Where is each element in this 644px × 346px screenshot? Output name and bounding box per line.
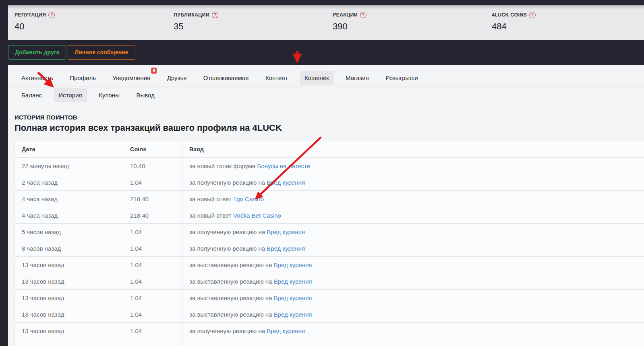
stat-value: 40 <box>14 21 160 32</box>
entry-link[interactable]: Вред курения <box>274 278 312 285</box>
sub-tab-label: Купоны <box>99 92 120 99</box>
cell-coins: 218.40 <box>123 207 182 224</box>
sub-tab[interactable]: Купоны <box>94 88 124 102</box>
sub-tab[interactable]: Вывод <box>131 88 159 102</box>
column-header-coins: Coins <box>123 141 182 158</box>
table-row: 13 часов назад 1.04 за выставленную реак… <box>15 273 644 290</box>
cell-coins: 1.04 <box>123 323 182 339</box>
question-circle-icon[interactable]: ? <box>360 12 367 18</box>
cell-coins: 1.04 <box>123 290 182 306</box>
stat-value: 484 <box>492 21 638 32</box>
cell-date: 2 часа назад <box>15 174 123 191</box>
page-title: Полная история всех транзакций вашего пр… <box>14 123 644 133</box>
main-tab[interactable]: Друзья <box>162 71 192 85</box>
main-tab-label: Профиль <box>70 74 96 81</box>
stat-label: РЕАКЦИИ <box>333 12 358 18</box>
cell-date: 4 часа назад <box>15 207 123 224</box>
main-tab-label: Контент <box>265 74 288 81</box>
table-row: 13 часов назад 1.04 за выставленную реак… <box>15 290 644 306</box>
content-panel: Активность Профиль Уведомления 9 Друзья … <box>8 65 644 346</box>
main-tab[interactable]: Активность <box>17 71 58 85</box>
entry-link[interactable]: Вред курения <box>267 245 305 252</box>
question-circle-icon[interactable]: ? <box>212 12 218 18</box>
table-row: 8 часов назад 1.04 за полученную реакцию… <box>15 240 644 257</box>
cell-coins: 1.04 <box>123 240 182 257</box>
entry-text: за новый ответ <box>189 212 233 219</box>
entry-link[interactable]: Вред курения <box>267 179 305 186</box>
sub-tab[interactable]: История <box>54 88 87 102</box>
entry-text: за полученную реакцию на <box>189 179 267 186</box>
question-circle-icon[interactable]: ? <box>48 12 55 18</box>
section-kicker: ИСТОРИЯ ПОИНТОВ <box>14 114 644 121</box>
stat-label: 4LUCK COINS <box>492 12 527 18</box>
main-tab[interactable]: Магазин <box>341 71 374 85</box>
entry-text: за выставленную реакцию на <box>189 311 274 318</box>
main-tab-label: Активность <box>21 74 53 81</box>
cell-entry: за выставленную реакцию на Вред курения <box>182 257 644 273</box>
main-tab[interactable]: Розыгрыши <box>381 71 422 85</box>
cell-date: 13 часов назад <box>15 306 123 323</box>
private-message-button[interactable]: Личное сообщение <box>68 45 135 60</box>
entry-link[interactable]: Вред курения <box>274 295 312 301</box>
cell-entry: за выставленную реакцию на Вред курения <box>182 273 644 290</box>
main-tab-label: Розыгрыши <box>385 74 418 81</box>
cell-date: 13 часов назад <box>15 257 123 273</box>
entry-link[interactable]: 1go Casino <box>233 196 264 202</box>
notification-count-badge: 9 <box>151 68 157 74</box>
entry-text: за полученную реакцию на <box>189 229 267 235</box>
main-tab[interactable]: Уведомления 9 <box>108 71 155 85</box>
table-row-partial <box>15 339 644 346</box>
cell-entry: за новый ответ Vodka Bet Casino <box>182 207 644 224</box>
main-tab-bar: Активность Профиль Уведомления 9 Друзья … <box>8 65 644 87</box>
entry-link[interactable]: Вред курения <box>267 229 305 235</box>
main-tab[interactable]: Отслеживаемое <box>199 71 254 85</box>
cell-coins: 10.40 <box>123 158 182 174</box>
cell-entry: за полученную реакцию на Вред курения <box>182 323 644 339</box>
stat-label: ПУБЛИКАЦИИ <box>174 12 209 18</box>
cell-entry: за выставленную реакцию на Вред курения <box>182 306 644 323</box>
entry-link[interactable]: Вред курения <box>274 262 312 268</box>
table-row: 22 минуты назад 10.40 за новый топик фор… <box>15 158 644 174</box>
table-header-row: Дата Coins Вход <box>15 141 644 158</box>
entry-link[interactable]: Вред курения <box>274 311 312 318</box>
sub-tab-label: История <box>59 92 82 99</box>
question-circle-icon[interactable]: ? <box>529 12 536 18</box>
main-tab-label: Кошелёк <box>304 74 329 81</box>
cell-date: 4 часа назад <box>15 191 123 207</box>
cell-coins: 1.04 <box>123 224 182 240</box>
entry-text: за новый ответ <box>189 196 233 202</box>
main-tab-label: Магазин <box>346 74 369 81</box>
main-tab[interactable]: Кошелёк <box>300 71 334 85</box>
add-friend-button[interactable]: Добавить друга <box>8 45 66 60</box>
cell-date: 8 часов назад <box>15 240 123 257</box>
main-tab-label: Отслеживаемое <box>203 74 249 81</box>
cell-coins: 218.40 <box>123 191 182 207</box>
entry-link[interactable]: Вред курения <box>267 327 305 334</box>
cell-entry: за полученную реакцию на Вред курения <box>182 174 644 191</box>
sub-tab-label: Вывод <box>136 92 154 99</box>
main-tab[interactable]: Профиль <box>65 71 101 85</box>
cell-date: 5 часов назад <box>15 224 123 240</box>
entry-text: за выставленную реакцию на <box>189 262 274 268</box>
table-row: 13 часов назад 1.04 за полученную реакци… <box>15 323 644 339</box>
cell-entry: за выставленную реакцию на Вред курения <box>182 290 644 306</box>
sub-tab[interactable]: Баланс <box>17 88 47 102</box>
stat-card: ПУБЛИКАЦИИ ? 35 <box>167 5 326 40</box>
stat-label: РЕПУТАЦИЯ <box>14 12 46 18</box>
table-row: 13 часов назад 1.04 за выставленную реак… <box>15 306 644 323</box>
entry-text: за полученную реакцию на <box>189 245 267 252</box>
profile-stats-band: РЕПУТАЦИЯ ? 40 ПУБЛИКАЦИИ ? 35 РЕАКЦИИ ?… <box>8 5 644 40</box>
points-history-table: Дата Coins Вход 22 минуты назад 10.40 за… <box>14 141 644 346</box>
main-tab[interactable]: Контент <box>261 71 293 85</box>
cell-entry: за полученную реакцию на Вред курения <box>182 224 644 240</box>
table-row: 5 часов назад 1.04 за полученную реакцию… <box>15 224 644 240</box>
cell-date: 13 часов назад <box>15 290 123 306</box>
entry-text: за полученную реакцию на <box>189 327 267 334</box>
main-tab-label: Друзья <box>167 74 187 81</box>
sub-tab-label: Баланс <box>21 92 42 99</box>
main-tab-label: Уведомления <box>112 74 150 81</box>
entry-link[interactable]: Vodka Bet Casino <box>233 212 281 219</box>
entry-link[interactable]: Бонусы на латесте <box>257 163 310 169</box>
cell-coins: 1.04 <box>123 174 182 191</box>
stat-value: 35 <box>174 21 319 32</box>
